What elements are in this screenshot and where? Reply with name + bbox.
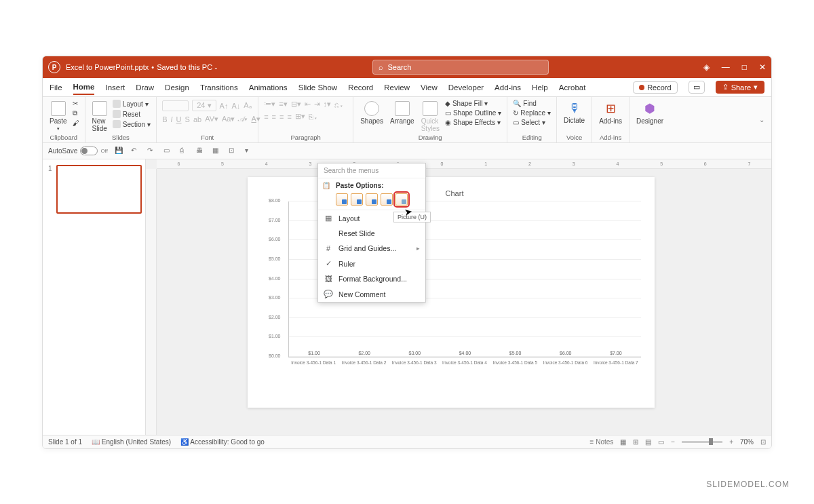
paste-option-4[interactable]	[381, 193, 393, 206]
notes-button[interactable]: ≡ Notes	[590, 438, 614, 446]
shape-fill-button[interactable]: ◆ Shape Fill ▾	[445, 100, 501, 107]
context-grid-guides[interactable]: #Grid and Guides...▸	[318, 241, 425, 256]
paste-option-2[interactable]	[351, 193, 363, 206]
ribbon-designer: ⬢Designer	[629, 97, 670, 142]
paste-option-3[interactable]	[366, 193, 378, 206]
qat-icon[interactable]: 🖶	[196, 147, 206, 156]
addins-button[interactable]: ⊞Add-ins	[598, 100, 623, 126]
tab-animations[interactable]: Animations	[249, 81, 288, 94]
menu-tabs: File Home Insert Draw Design Transitions…	[43, 78, 771, 97]
accessibility-status[interactable]: ♿ Accessibility: Good to go	[180, 438, 265, 446]
ribbon-paragraph: ≔▾≡▾⊟▾⇤⇥↕▾⎌▾ ≡≡≡≡⊞▾⎘▾ Paragraph	[258, 97, 353, 142]
tab-home[interactable]: Home	[73, 80, 95, 95]
tab-design[interactable]: Design	[165, 81, 189, 94]
replace-button[interactable]: ↻ Replace ▾	[513, 109, 551, 117]
tab-insert[interactable]: Insert	[105, 81, 125, 94]
file-name[interactable]: Excel to PowerPoint.pptx	[66, 63, 149, 71]
zoom-in-button[interactable]: +	[729, 438, 733, 446]
paste-option-picture[interactable]	[395, 193, 408, 206]
tab-slideshow[interactable]: Slide Show	[298, 81, 338, 94]
shape-effects-button[interactable]: ◉ Shape Effects ▾	[445, 119, 501, 126]
search-box[interactable]: ⌕ Search	[372, 60, 549, 75]
status-bar: Slide 1 of 1 📖 English (United States) ♿…	[43, 435, 771, 448]
maximize-button[interactable]: □	[742, 62, 747, 72]
app-icon: P	[48, 61, 60, 73]
record-button[interactable]: Record	[633, 81, 677, 94]
cut-icon[interactable]: ✂	[73, 100, 79, 107]
tab-record[interactable]: Record	[348, 81, 373, 94]
find-button[interactable]: 🔍 Find	[513, 100, 551, 107]
qat-more-icon[interactable]: ▾	[245, 147, 254, 156]
tab-review[interactable]: Review	[384, 81, 410, 94]
ribbon-clipboard: Paste▾ ✂⧉🖌 Clipboard	[43, 97, 85, 142]
cursor-icon: ➤	[404, 206, 414, 218]
context-reset-slide[interactable]: Reset Slide	[318, 226, 425, 241]
autosave-toggle[interactable]: AutoSaveOff	[48, 147, 108, 155]
title-bar: P Excel to PowerPoint.pptx • Saved to th…	[43, 56, 771, 78]
copy-icon[interactable]: ⧉	[73, 109, 79, 117]
search-placeholder: Search	[387, 63, 411, 71]
canvas-area: 65432101234567 Chart $0.00$1.00$2.00$3.0…	[146, 159, 771, 435]
normal-view-icon[interactable]: ▦	[620, 438, 626, 446]
slideshow-view-icon[interactable]: ▭	[658, 438, 664, 446]
tab-addins[interactable]: Add-ins	[495, 81, 521, 94]
ribbon-drawing: Shapes Arrange Quick Styles ◆ Shape Fill…	[353, 97, 507, 142]
context-format-background[interactable]: 🖼Format Background...	[318, 271, 425, 286]
slide-canvas[interactable]: Chart $0.00$1.00$2.00$3.00$4.00$5.00$6.0…	[248, 177, 655, 408]
slide-thumbnails: 1	[43, 159, 146, 435]
qat-icon[interactable]: ⊡	[229, 147, 238, 156]
layout-button[interactable]: Layout ▾	[113, 100, 151, 108]
diamond-icon[interactable]: ◈	[703, 62, 710, 72]
tab-draw[interactable]: Draw	[136, 81, 154, 94]
qat-icon[interactable]: ▭	[163, 147, 173, 156]
share-button[interactable]: ⇪ Share ▾	[716, 81, 764, 94]
vertical-ruler	[146, 169, 157, 435]
slide-thumbnail[interactable]	[56, 165, 142, 214]
fit-button[interactable]: ⊡	[760, 438, 766, 446]
select-button[interactable]: ▭ Select ▾	[513, 119, 551, 126]
reading-view-icon[interactable]: ▤	[645, 438, 651, 446]
qat-icon[interactable]: ⎙	[180, 147, 189, 156]
ribbon-font: 24 ▾A↑A↓Aₐ BIUSabAV▾Aa▾𝒜▾A▾ Font	[157, 97, 258, 142]
section-button[interactable]: Section ▾	[113, 120, 151, 128]
collapse-ribbon-button[interactable]: ⌄	[752, 112, 771, 128]
tab-acrobat[interactable]: Acrobat	[559, 81, 586, 94]
new-slide-button[interactable]: New Slide	[91, 100, 109, 134]
tab-file[interactable]: File	[50, 81, 62, 94]
save-status[interactable]: Saved to this PC	[157, 63, 212, 71]
ribbon-slides: New Slide Layout ▾ Reset Section ▾ Slide…	[85, 97, 157, 142]
zoom-slider[interactable]	[682, 441, 722, 443]
context-new-comment[interactable]: 💬New Comment	[318, 286, 425, 302]
present-button[interactable]: ▭	[689, 81, 705, 94]
zoom-out-button[interactable]: −	[671, 438, 675, 446]
tab-developer[interactable]: Developer	[448, 81, 484, 94]
language-status[interactable]: 📖 English (United States)	[92, 438, 171, 446]
undo-icon[interactable]: ↶	[131, 147, 140, 156]
dictate-button[interactable]: 🎙Dictate	[562, 100, 586, 125]
context-ruler[interactable]: ✓Ruler	[318, 256, 425, 271]
tab-help[interactable]: Help	[532, 81, 548, 94]
qat-icon[interactable]: ▦	[212, 147, 222, 156]
paste-option-1[interactable]	[336, 193, 348, 206]
slide-counter[interactable]: Slide 1 of 1	[48, 438, 82, 446]
sorter-view-icon[interactable]: ⊞	[633, 438, 638, 446]
slide-number: 1	[48, 165, 52, 172]
save-icon[interactable]: 💾	[115, 147, 124, 156]
reset-button[interactable]: Reset	[113, 110, 151, 118]
designer-button[interactable]: ⬢Designer	[635, 100, 665, 126]
quick-styles-button[interactable]: Quick Styles	[420, 100, 441, 134]
arrange-button[interactable]: Arrange	[389, 100, 416, 126]
zoom-level[interactable]: 70%	[740, 438, 754, 446]
minimize-button[interactable]: —	[722, 62, 730, 72]
shapes-button[interactable]: Shapes	[359, 100, 385, 126]
redo-icon[interactable]: ↷	[147, 147, 157, 156]
shape-outline-button[interactable]: ▭ Shape Outline ▾	[445, 109, 501, 117]
quick-access-toolbar: AutoSaveOff 💾 ↶ ↷ ▭ ⎙ 🖶 ▦ ⊡ ▾	[43, 143, 771, 159]
paste-button[interactable]: Paste▾	[48, 100, 69, 133]
context-search[interactable]: Search the menus	[318, 163, 425, 178]
format-painter-icon[interactable]: 🖌	[73, 119, 79, 127]
tab-view[interactable]: View	[421, 81, 438, 94]
ribbon: Paste▾ ✂⧉🖌 Clipboard New Slide Layout ▾ …	[43, 97, 771, 143]
close-button[interactable]: ✕	[759, 62, 766, 72]
tab-transitions[interactable]: Transitions	[200, 81, 238, 94]
